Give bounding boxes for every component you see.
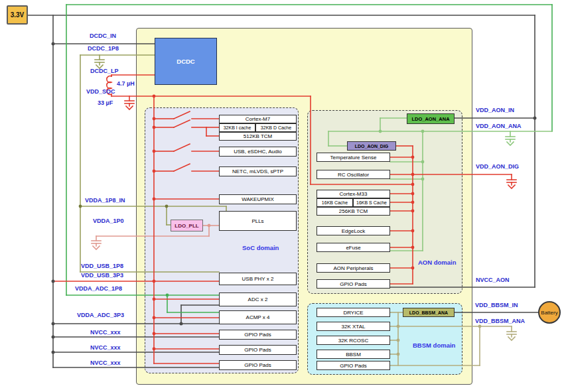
supply-3v3-box: 3.3V — [7, 5, 28, 25]
pin-vdda-1p8-in: VDDA_1P8_IN — [85, 197, 125, 204]
block-soc-gpio-3: GPIO Pads — [219, 360, 297, 370]
pin-vdd-aon-ana: VDD_AON_ANA — [476, 123, 522, 129]
block-soc-gpio-1: GPIO Pads — [219, 330, 297, 340]
block-ldo-aon-dig: LDO_AON_DIG — [347, 141, 396, 151]
block-dcache: 32KB D Cache — [255, 123, 297, 132]
dcdc-block: DCDC — [155, 38, 217, 85]
pin-vdda-adc-3p3: VDDA_ADC_3P3 — [77, 312, 124, 318]
pin-vdda-adc-1p8: VDDA_ADC_1P8 — [75, 285, 122, 292]
block-plls: PLLs — [219, 211, 297, 231]
block-ldo-bbsm-ana: LDO_BBSM_ANA — [403, 308, 455, 317]
pin-dcdc-1p8: DCDC_1P8 — [88, 45, 119, 52]
bbsm-domain-label: BBSM domain — [413, 342, 455, 349]
block-efuse: eFuse — [317, 243, 390, 252]
inductor-value-label: 4.7 µH — [117, 80, 135, 87]
block-ldo-pll: LDO_PLL — [171, 220, 203, 231]
block-wakeupmix: WAKEUPMIX — [219, 194, 297, 204]
pin-nvcc-aon: NVCC_AON — [476, 277, 510, 283]
block-256kb-tcm: 256KB TCM — [317, 207, 390, 216]
junction-dots-tan — [397, 325, 482, 356]
block-cortex-m33: Cortex-M33 — [317, 190, 390, 198]
aon-domain-label: AON domain — [418, 259, 457, 266]
block-edgelock: EdgeLock — [317, 226, 390, 235]
pin-nvcc-3: NVCC_xxx — [90, 359, 121, 366]
soc-domain-label: SoC domain — [242, 244, 279, 251]
pin-vdd-bbsm-ana: VDD_BBSM_ANA — [475, 318, 525, 324]
block-bbsm-gpio: GPIO Pads — [317, 361, 390, 370]
block-icache: 32KB I cache — [219, 123, 255, 132]
pin-dcdc-in: DCDC_IN — [90, 33, 116, 39]
block-dryice: DRYICE — [317, 308, 390, 317]
pin-vdd-usb-1p8: VDD_USB_1P8 — [81, 263, 123, 269]
block-bbsm: BBSM — [317, 350, 390, 359]
junction-dots-salmon — [208, 224, 211, 228]
pin-vdd-bbsm-in: VDD_BBSM_IN — [475, 302, 518, 308]
block-acmp: ACMP x 4 — [219, 310, 297, 324]
pin-vdd-soc: VDD_SOC — [86, 88, 115, 95]
battery-node: Battery — [538, 301, 561, 324]
block-rc-oscillator: RC Oscillator — [317, 170, 390, 179]
block-netc-mlvds-sptp: NETC, mLVDS, sPTP — [219, 166, 297, 176]
block-16kb-s-cache: 16KB S Cache — [353, 198, 390, 207]
block-usb-phy: USB PHY x 2 — [219, 273, 297, 285]
block-cortex-m7: Cortex-M7 — [219, 115, 297, 123]
power-architecture-diagram: 3.3V DCDC Battery DCDC_IN DCDC_1P8 DCDC_… — [0, 0, 564, 392]
block-adc: ADC x 2 — [219, 293, 297, 306]
block-temp-sense: Temperature Sense — [317, 153, 390, 162]
pin-nvcc-1: NVCC_xxx — [90, 329, 121, 336]
block-16kb-cache: 16KB Cache — [317, 198, 353, 207]
pin-dcdc-lp: DCDC_LP — [90, 68, 119, 74]
pin-vdd-aon-dig: VDD_AON_DIG — [476, 163, 519, 170]
block-aon-peripherals: AON Peripherals — [317, 263, 390, 273]
block-aon-gpio: GPIO Pads — [317, 279, 390, 289]
block-ldo-aon-ana: LDO_AON_ANA — [407, 113, 455, 124]
junction-dots-green — [166, 294, 169, 297]
wire-green-loop — [66, 5, 552, 312]
block-32k-rcosc: 32K RCOSC — [317, 336, 390, 345]
pin-vdd-usb-3p3: VDD_USB_3P3 — [81, 272, 123, 279]
pin-vdda-1p0: VDDA_1P0 — [93, 218, 124, 224]
block-usb-esdhc-audio: USB, eSDHC, Audio — [219, 147, 297, 157]
block-soc-gpio-2: GPIO Pads — [219, 345, 297, 355]
block-32k-xtal: 32K XTAL — [317, 322, 390, 331]
block-512kb-tcm: 512KB TCM — [219, 132, 297, 141]
pin-nvcc-2: NVCC_xxx — [90, 344, 121, 351]
pin-vdd-aon-in: VDD_AON_IN — [476, 107, 514, 113]
bulk-cap-value-label: 33 µF — [98, 99, 113, 106]
